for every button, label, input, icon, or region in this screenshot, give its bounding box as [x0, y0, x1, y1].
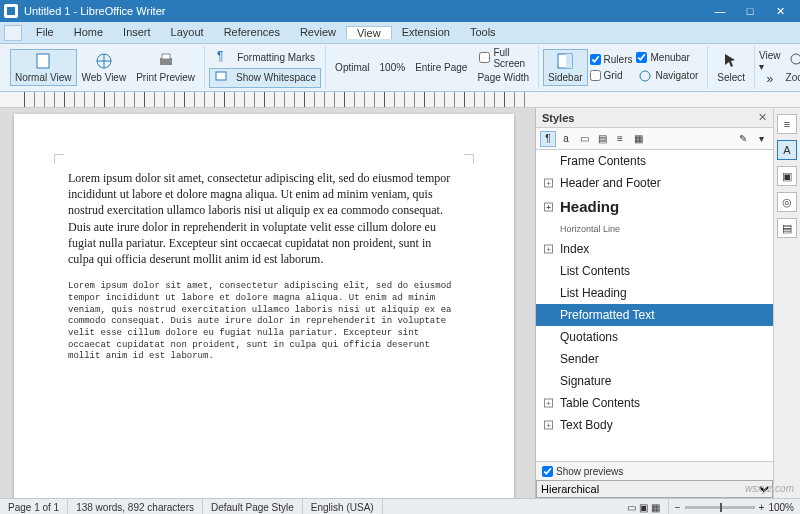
table-styles-icon[interactable]: ▦ — [630, 131, 646, 147]
menu-references[interactable]: References — [214, 26, 290, 39]
style-item-label: Header and Footer — [560, 176, 661, 190]
style-item[interactable]: Quotations — [536, 326, 773, 348]
expand-icon[interactable]: + — [544, 399, 553, 408]
show-previews-checkbox[interactable]: Show previews — [536, 462, 773, 480]
svg-point-8 — [640, 71, 650, 81]
menu-layout[interactable]: Layout — [161, 26, 214, 39]
style-item[interactable]: +Index — [536, 238, 773, 260]
menu-view[interactable]: View — [346, 26, 392, 39]
print-preview-button[interactable]: Print Preview — [131, 49, 200, 86]
character-styles-icon[interactable]: a — [558, 131, 574, 147]
style-item-label: Horizontal Line — [560, 224, 620, 234]
zoom-slider[interactable] — [685, 506, 755, 509]
status-word-count[interactable]: 138 words, 892 characters — [68, 499, 203, 514]
panel-close-icon[interactable]: ✕ — [758, 111, 767, 124]
menubar-checkbox[interactable]: Menubar — [634, 50, 703, 66]
status-bar: Page 1 of 1 138 words, 892 characters De… — [0, 498, 800, 514]
fill-format-icon[interactable]: ✎ — [735, 131, 751, 147]
sidetab-properties-icon[interactable]: ≡ — [777, 114, 797, 134]
body-paragraph[interactable]: Lorem ipsum dolor sit amet, consectetur … — [68, 170, 460, 267]
preformatted-paragraph[interactable]: Lorem ipsum dolor sit amet, consectetur … — [68, 281, 460, 363]
web-view-button[interactable]: Web View — [77, 49, 132, 86]
style-list[interactable]: Frame Contents+Header and Footer+Heading… — [536, 150, 773, 461]
grid-checkbox[interactable]: Grid — [588, 68, 635, 84]
sidetab-styles-icon[interactable]: A — [777, 140, 797, 160]
entire-page-button[interactable]: Entire Page — [410, 59, 472, 76]
view-dropdown[interactable]: View ▾ — [759, 50, 781, 72]
expand-icon[interactable]: + — [544, 203, 553, 212]
style-item[interactable]: Sender — [536, 348, 773, 370]
status-language[interactable]: English (USA) — [303, 499, 383, 514]
document-view[interactable]: Lorem ipsum dolor sit amet, consectetur … — [0, 108, 535, 498]
menu-review[interactable]: Review — [290, 26, 346, 39]
compass-icon — [639, 70, 651, 82]
page-styles-icon[interactable]: ▤ — [594, 131, 610, 147]
select-button[interactable]: Select — [712, 49, 750, 86]
page-width-button[interactable]: Page Width — [472, 68, 534, 88]
menu-insert[interactable]: Insert — [113, 26, 161, 39]
style-item[interactable]: Frame Contents — [536, 150, 773, 172]
sidetab-navigator-icon[interactable]: ◎ — [777, 192, 797, 212]
sidetab-page-icon[interactable]: ▤ — [777, 218, 797, 238]
list-styles-icon[interactable]: ≡ — [612, 131, 628, 147]
svg-rect-0 — [37, 54, 49, 68]
overflow-icon[interactable]: » — [759, 72, 781, 86]
style-item[interactable]: +Header and Footer — [536, 172, 773, 194]
zoom-in-icon[interactable]: + — [759, 502, 765, 513]
status-view-icons[interactable]: ▭ ▣ ▦ — [619, 499, 669, 514]
style-item[interactable]: +Table Contents — [536, 392, 773, 414]
magnifier-icon — [789, 52, 800, 70]
formatting-marks-button[interactable]: ¶ Formatting Marks — [209, 48, 321, 68]
expand-icon[interactable]: + — [544, 179, 553, 188]
title-bar: Untitled 1 - LibreOffice Writer — □ ✕ — [0, 0, 800, 22]
menu-bar: FileHomeInsertLayoutReferencesReviewView… — [0, 22, 800, 44]
expand-icon[interactable]: + — [544, 245, 553, 254]
styles-panel: Styles ✕ ¶ a ▭ ▤ ≡ ▦ ✎ ▾ Frame Contents+… — [536, 108, 774, 498]
menu-tools[interactable]: Tools — [460, 26, 506, 39]
horizontal-ruler[interactable] — [0, 92, 800, 108]
style-item-label: Text Body — [560, 418, 613, 432]
rulers-checkbox[interactable]: Rulers — [588, 52, 635, 68]
maximize-button[interactable]: □ — [742, 5, 758, 18]
style-item[interactable]: Horizontal Line — [536, 220, 773, 238]
show-whitespace-button[interactable]: Show Whitespace — [209, 68, 321, 88]
app-menu-icon[interactable] — [4, 25, 22, 41]
style-item[interactable]: List Heading — [536, 282, 773, 304]
ribbon-view: Normal View Web View Print Preview ¶ For… — [0, 44, 800, 92]
style-item[interactable]: Signature — [536, 370, 773, 392]
sidetab-gallery-icon[interactable]: ▣ — [777, 166, 797, 186]
zoom-button[interactable]: Zoom — [781, 49, 800, 86]
svg-point-9 — [791, 54, 800, 64]
zoom-100-button[interactable]: 100% — [375, 58, 411, 78]
style-item[interactable]: +Heading — [536, 194, 773, 220]
sidebar-toggle-button[interactable]: Sidebar — [543, 49, 587, 86]
svg-rect-5 — [216, 72, 226, 80]
menu-home[interactable]: Home — [64, 26, 113, 39]
frame-styles-icon[interactable]: ▭ — [576, 131, 592, 147]
close-button[interactable]: ✕ — [772, 5, 788, 18]
menu-file[interactable]: File — [26, 26, 64, 39]
style-item-label: Heading — [560, 198, 619, 215]
normal-view-button[interactable]: Normal View — [10, 49, 77, 86]
full-screen-button[interactable]: Full Screen — [472, 48, 534, 68]
paragraph-styles-icon[interactable]: ¶ — [540, 131, 556, 147]
expand-icon[interactable]: + — [544, 421, 553, 430]
optimal-zoom-button[interactable]: Optimal — [330, 59, 374, 76]
status-page[interactable]: Page 1 of 1 — [0, 499, 68, 514]
style-filter-select[interactable]: Hierarchical — [536, 480, 773, 498]
printer-icon — [157, 52, 175, 70]
zoom-out-icon[interactable]: − — [675, 502, 681, 513]
style-item-label: List Heading — [560, 286, 627, 300]
zoom-percent[interactable]: 100% — [768, 502, 794, 513]
style-item[interactable]: Preformatted Text — [536, 304, 773, 326]
status-page-style[interactable]: Default Page Style — [203, 499, 303, 514]
sidebar: Styles ✕ ¶ a ▭ ▤ ≡ ▦ ✎ ▾ Frame Contents+… — [535, 108, 800, 498]
globe-icon — [95, 52, 113, 70]
svg-text:¶: ¶ — [217, 49, 223, 63]
navigator-button[interactable]: Navigator — [634, 66, 703, 86]
new-style-icon[interactable]: ▾ — [753, 131, 769, 147]
menu-extension[interactable]: Extension — [392, 26, 460, 39]
style-item[interactable]: List Contents — [536, 260, 773, 282]
minimize-button[interactable]: — — [712, 5, 728, 18]
style-item[interactable]: +Text Body — [536, 414, 773, 436]
